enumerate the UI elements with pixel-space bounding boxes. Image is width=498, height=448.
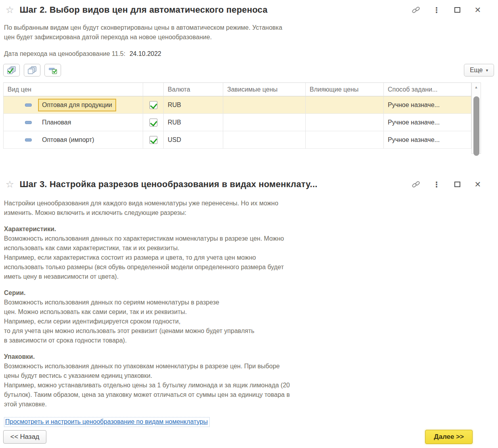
step2-description: По выбранным видам цен будут сконвертиро… [4,23,498,42]
table-row[interactable]: Плановая RUB Ручное назначе... [4,114,471,131]
dependent-cell[interactable] [223,114,306,131]
price-type-name-cell[interactable]: Плановая [42,119,71,126]
influencing-cell[interactable] [306,131,384,149]
dependent-cell[interactable] [223,96,306,114]
step2-titlebar: ☆ Шаг 2. Выбор видов цен для автоматичес… [0,0,498,17]
close-icon[interactable]: ✕ [473,6,482,14]
transition-date-line: Дата перехода на ценообразование 11.5: 2… [4,50,498,57]
scroll-up-icon[interactable]: ▲ [472,83,481,89]
chevron-down-icon: ▾ [486,68,488,73]
method-cell[interactable]: Ручное назначе... [384,131,471,149]
influencing-cell[interactable] [306,96,384,114]
price-type-name-cell[interactable]: Оптовая для продукции [38,99,116,111]
price-type-name-cell[interactable]: Оптовая (импорт) [42,136,94,144]
maximize-icon[interactable] [453,180,462,189]
more-menu-icon[interactable]: ⋮ [432,6,441,14]
table-header-row: Вид цен Валюта Зависимые цены Влияющие ц… [4,83,471,96]
close-icon[interactable]: ✕ [473,180,482,189]
price-types-table: Вид цен Валюта Зависимые цены Влияющие ц… [3,82,481,149]
dependent-cell[interactable] [223,131,306,149]
section-series: Серии. Возможность использования данных … [4,288,494,345]
set-all-flags-button[interactable] [3,64,20,77]
step2-window: ☆ Шаг 2. Выбор видов цен для автоматичес… [0,0,498,163]
col-header-check[interactable] [143,83,164,96]
table-vertical-scrollbar[interactable]: ▲ [471,82,481,154]
method-cell[interactable]: Ручное назначе... [384,114,471,131]
currency-cell[interactable]: RUB [164,114,223,131]
col-header-currency[interactable]: Валюта [164,83,223,96]
section-characteristics: Характеристики. Возможность использовани… [4,224,494,281]
more-actions-button[interactable]: Еще▾ [464,64,494,77]
window-controls: ⋮ ✕ [412,6,492,14]
next-button[interactable]: Далее >> [425,430,473,444]
influencing-cell[interactable] [306,114,384,131]
col-header-price-type[interactable]: Вид цен [4,83,143,96]
table-toolbar: Еще▾ [3,64,494,77]
transfer-checkbox[interactable] [149,101,157,109]
table-row[interactable]: Оптовая (импорт) USD Ручное назначе... [4,131,471,149]
section-heading: Серии. [4,288,494,298]
clear-all-flags-button[interactable] [24,64,40,77]
col-header-method[interactable]: Способ задани... [384,83,471,96]
step3-intro: Настройки ценообразования для каждого ви… [4,199,494,218]
transition-date-value: 24.10.2022 [130,50,161,57]
section-heading: Упаковки. [4,352,494,362]
currency-cell[interactable]: USD [164,131,223,149]
maximize-icon[interactable] [453,6,462,14]
copy-link-icon[interactable] [412,180,420,189]
favorite-star-icon[interactable]: ☆ [6,5,14,15]
list-item-dash-icon [25,121,32,124]
section-heading: Характеристики. [4,224,494,234]
step3-title: Шаг 3. Настройка разрезов ценообразовани… [20,179,318,190]
transition-date-label: Дата перехода на ценообразование 11.5: [4,50,125,57]
window-controls: ⋮ ✕ [412,180,492,189]
step3-titlebar: ☆ Шаг 3. Настройка разрезов ценообразова… [0,174,498,192]
step3-window: ☆ Шаг 3. Настройка разрезов ценообразова… [0,174,498,448]
section-body: Возможность использования данных по сери… [4,298,494,345]
scrollbar-thumb[interactable] [473,96,479,156]
table-row[interactable]: Оптовая для продукции RUB Ручное назначе… [4,96,471,114]
set-flag-selected-button[interactable] [44,64,61,77]
more-menu-icon[interactable]: ⋮ [432,180,441,189]
section-body: Возможность использования данных по хара… [4,234,494,281]
section-packages: Упаковки. Возможность использования данн… [4,352,494,409]
col-header-dependent[interactable]: Зависимые цены [223,83,306,96]
wizard-button-bar: << Назад Далее >> [0,430,498,444]
list-item-dash-icon [25,138,32,142]
step2-title: Шаг 2. Выбор видов цен для автоматическо… [20,5,268,15]
currency-cell[interactable]: RUB [164,96,223,114]
transfer-checkbox[interactable] [149,119,157,126]
method-cell[interactable]: Ручное назначе... [384,96,471,114]
favorite-star-icon[interactable]: ☆ [6,180,14,189]
section-body: Возможность использования данных по упак… [4,362,494,409]
configure-pricing-link[interactable]: Просмотреть и настроить ценообразование … [4,417,210,427]
transfer-checkbox[interactable] [149,136,157,144]
list-item-dash-icon [25,103,32,107]
back-button[interactable]: << Назад [3,430,46,444]
col-header-influencing[interactable]: Влияющие цены [306,83,384,96]
copy-link-icon[interactable] [412,6,420,14]
